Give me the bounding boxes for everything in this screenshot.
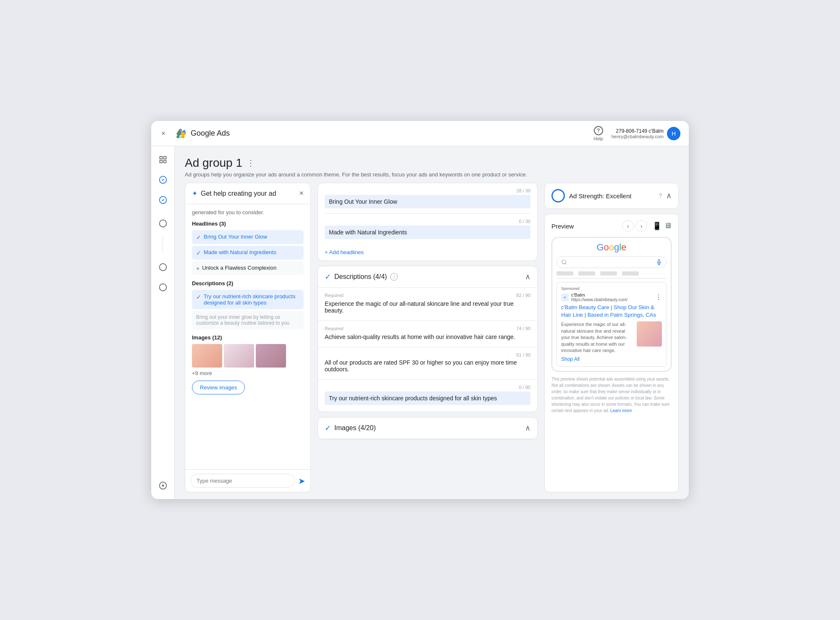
images-section-header[interactable]: ✓ Images (4/20) ∧ — [318, 418, 537, 439]
descriptions-info-icon: i — [390, 273, 398, 281]
desc-value-3[interactable]: Try our nutrient-rich skincare products … — [325, 391, 530, 405]
headline-field-inner-1: 0 / 30 Made with Natural Ingredients — [325, 214, 530, 244]
svg-rect-9 — [160, 160, 162, 163]
headline-field-0: 28 / 30 Bring Out Your Inner Glow 0 / 30… — [318, 183, 537, 244]
strength-info-icon[interactable]: ? — [659, 192, 662, 199]
image-thumb-1 — [224, 344, 254, 368]
close-window-button[interactable]: × — [160, 130, 167, 137]
close-ai-panel-button[interactable]: × — [299, 189, 304, 198]
desktop-device-icon[interactable]: 🖥 — [664, 221, 672, 231]
sidebar-icon-0[interactable] — [155, 151, 171, 168]
middle-panel: 28 / 30 Bring Out Your Inner Glow 0 / 30… — [318, 183, 538, 492]
headline-item-1[interactable]: ✓ Made with Natural Ingredients — [192, 246, 304, 260]
svg-line-18 — [565, 263, 567, 265]
headline-field-inner-0: 28 / 30 Bring Out Your Inner Glow — [325, 183, 530, 214]
image-thumb-2 — [256, 344, 286, 368]
desc-value-1[interactable]: Achieve salon-quality results at home wi… — [325, 334, 530, 340]
plus-icon-2: + — [196, 265, 200, 272]
ad-source-row: c c'Balm https://www.cbalmbeauty.com/ ⋮ — [561, 292, 662, 302]
right-panel: Ad Strength: Excellent ? ∧ Preview ‹ › — [544, 183, 679, 492]
svg-point-16 — [162, 485, 163, 486]
ad-more-button[interactable]: ⋮ — [655, 293, 662, 301]
sidebar-icon-1[interactable] — [155, 171, 171, 188]
headline-item-2[interactable]: + Unlock a Flawless Complexion — [192, 261, 304, 275]
content-panels: ✦ Get help creating your ad × generated … — [185, 183, 679, 499]
desc-field-2: 51 / 90 All of our products are rated SP… — [318, 347, 537, 380]
images-title-text: Images (4/20) — [334, 424, 376, 432]
message-input[interactable] — [190, 474, 295, 488]
more-options-icon[interactable]: ⋮ — [247, 158, 255, 168]
descriptions-section: ✓ Descriptions (4/4) i ∧ Required 82 / 9… — [318, 266, 538, 412]
strength-chevron-icon[interactable]: ∧ — [666, 191, 672, 200]
ad-source-url: https://www.cbalmbeauty.com/ — [571, 297, 653, 302]
send-button[interactable]: ➤ — [298, 476, 305, 486]
google-g-icon — [174, 127, 187, 140]
account-phone: 279-806-7149 c'Balm — [612, 128, 664, 134]
preview-device-icons: 📱 🖥 — [652, 221, 672, 231]
add-headlines-button[interactable]: + Add headlines — [318, 244, 537, 260]
images-section-main: ✓ Images (4/20) ∧ — [318, 417, 538, 439]
headlines-section: 28 / 30 Bring Out Your Inner Glow 0 / 30… — [318, 183, 538, 261]
desc-item-0[interactable]: ✓ Try our nutrient-rich skincare product… — [192, 290, 304, 309]
nav-tab-0 — [556, 271, 573, 276]
ad-sponsored-label: Sponsored — [561, 286, 662, 291]
headlines-label: Headlines (3) — [192, 221, 304, 227]
nav-tabs-preview — [556, 271, 667, 278]
images-section-left: Images (12) +9 more Review images — [192, 334, 304, 394]
desc-count-1: 74 / 90 — [516, 326, 530, 331]
learn-more-link[interactable]: Learn more — [610, 408, 632, 413]
sparkle-icon: ✦ — [192, 189, 197, 197]
desc-label-1: Required — [325, 326, 344, 331]
nav-tab-2 — [600, 271, 617, 276]
more-images-text: +9 more — [192, 370, 304, 376]
descriptions-title-text: Descriptions (4/4) — [334, 273, 387, 281]
ai-panel-footer: ➤ — [185, 469, 310, 492]
svg-point-13 — [159, 220, 166, 227]
headline-value-1[interactable]: Made with Natural Ingredients — [325, 226, 530, 239]
ad-strength-header: Ad Strength: Excellent ? ∧ — [551, 189, 672, 202]
images-chevron-icon[interactable]: ∧ — [525, 423, 530, 433]
page-header: Ad group 1 ⋮ Ad groups help you organize… — [185, 156, 679, 178]
desc-value-0[interactable]: Experience the magic of our all-natural … — [325, 300, 530, 314]
mobile-device-icon[interactable]: 📱 — [652, 221, 662, 231]
sidebar-icon-2[interactable] — [155, 192, 171, 208]
review-images-button[interactable]: Review images — [192, 381, 245, 394]
account-avatar[interactable]: H — [667, 127, 680, 140]
sidebar-icon-5[interactable] — [155, 279, 171, 296]
descriptions-chevron-icon[interactable]: ∧ — [525, 272, 530, 281]
main-layout: Ad group 1 ⋮ Ad groups help you organize… — [151, 146, 689, 499]
svg-point-17 — [562, 260, 566, 264]
headline-item-0[interactable]: ✓ Bring Out Your Inner Glow — [192, 230, 304, 244]
check-icon-0: ✓ — [196, 234, 201, 241]
headline-value-0[interactable]: Bring Out Your Inner Glow — [325, 195, 530, 208]
account-text: 279-806-7149 c'Balm henry@cbalmbeauty.co… — [612, 128, 664, 139]
desc-count-2: 51 / 90 — [516, 352, 530, 357]
preview-prev-button[interactable]: ‹ — [622, 220, 634, 232]
sidebar-icon-bottom[interactable] — [155, 477, 171, 494]
ai-assistant-panel: ✦ Get help creating your ad × generated … — [185, 183, 311, 492]
headline-count-1: 0 / 30 — [325, 219, 530, 224]
sidebar-icon-3[interactable] — [155, 215, 171, 232]
svg-rect-7 — [160, 157, 162, 159]
svg-point-14 — [159, 264, 166, 271]
preview-title: Preview — [551, 223, 622, 230]
phone-mockup: Google — [551, 237, 672, 372]
google-logo-preview: Google — [556, 242, 667, 253]
descriptions-header[interactable]: ✓ Descriptions (4/4) i ∧ — [318, 266, 537, 288]
desc-text-0: Try our nutrient-rich skincare products … — [204, 293, 299, 306]
help-button[interactable]: ? Help — [593, 126, 603, 141]
ad-shop-link[interactable]: Shop All — [561, 356, 662, 362]
content-area: Ad group 1 ⋮ Ad groups help you organize… — [175, 146, 689, 499]
sidebar-divider — [163, 237, 163, 254]
topbar-right: ? Help 279-806-7149 c'Balm henry@cbalmbe… — [593, 126, 680, 141]
preview-next-button[interactable]: › — [635, 220, 647, 232]
desc-value-2[interactable]: All of our products are rated SPF 30 or … — [325, 359, 530, 373]
headline-text-2: Unlock a Flawless Complexion — [202, 265, 276, 271]
desc-item-1[interactable]: Bring out your inner glow by letting us … — [192, 311, 304, 329]
ad-body-row: Experience the magic of our all-natural … — [561, 321, 662, 354]
preview-disclaimer: This preview shows potential ads assembl… — [551, 376, 672, 414]
sidebar-icon-4[interactable] — [155, 259, 171, 276]
page-title: Ad group 1 — [185, 156, 242, 170]
image-thumb-0 — [192, 344, 222, 368]
check-icon-desc-0: ✓ — [196, 294, 201, 300]
